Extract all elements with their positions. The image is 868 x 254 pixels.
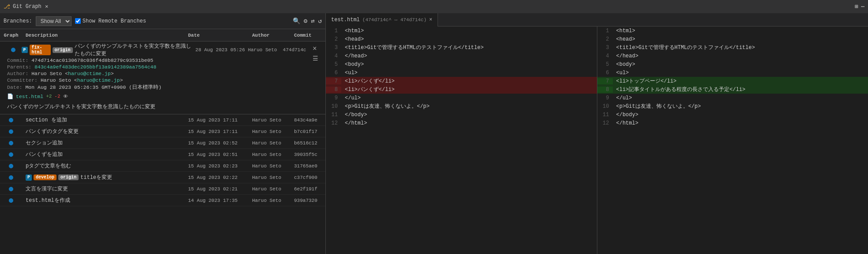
author-col: Haruo Seto — [250, 163, 292, 169]
code-line: 5 <body> — [326, 60, 597, 68]
col-header-commit: Commit — [292, 33, 325, 38]
detail-close-icon[interactable]: × — [313, 45, 318, 53]
commit-row[interactable]: section を追加 15 Aug 2023 17:11 Haruo Seto… — [0, 114, 325, 126]
diff-panel: test.html (474d714c^ ↔ 474d714c) × 1<htm… — [326, 13, 868, 254]
diff-tab[interactable]: test.html (474d714c^ ↔ 474d714c) × — [326, 13, 438, 27]
code-line: 4 </head> — [597, 52, 868, 60]
graph-header: Graph Description Date Author Commit — [0, 29, 325, 42]
commit-row[interactable]: パンくずを追加 15 Aug 2023 02:51 Haruo Seto 390… — [0, 149, 325, 160]
detail-parents-link[interactable]: 843c4a9ef483dec205bbf13a9142389aa7564c48 — [34, 64, 156, 70]
desc-col: セクション追加 — [22, 139, 186, 147]
line-content: <html> — [613, 28, 635, 34]
badge-origin: origin — [53, 47, 73, 53]
git-graph-icon: ⎇ — [4, 3, 10, 10]
detail-list-icon[interactable]: ☰ — [313, 55, 318, 62]
col-header-author: Author — [250, 33, 292, 38]
commit-row[interactable]: セクション追加 15 Aug 2023 02:52 Haruo Seto b65… — [0, 137, 325, 149]
diff-tab-close[interactable]: × — [429, 17, 432, 23]
commit-desc: パンくずを追加 — [26, 151, 63, 158]
title-bar: ⎇ Git Graph × ⊞ ⋯ — [0, 0, 868, 13]
selected-commit-hash: 474d714c — [283, 47, 309, 53]
refresh-icon[interactable]: ↺ — [318, 17, 322, 25]
line-number: 6 — [326, 70, 341, 76]
more-actions-icon[interactable]: ⋯ — [861, 3, 864, 10]
code-line: 12</html> — [597, 119, 868, 127]
left-diff-editor[interactable]: 1<html>2 <head>3 <title>Gitで管理するHTMLのテスト… — [326, 27, 597, 254]
fetch-icon[interactable]: ⇄ — [311, 17, 314, 25]
split-editor-icon[interactable]: ⊞ — [855, 3, 858, 10]
commit-hash-col: 939a7320 — [292, 198, 325, 203]
desc-col: P develop origin titleを変更 — [22, 174, 186, 181]
file-name[interactable]: test.html — [16, 94, 43, 99]
commit-hash-col: c37cf900 — [292, 175, 325, 180]
line-content: <li>記事タイトルがある程度の長さで入る予定</li> — [613, 86, 746, 93]
line-content: </html> — [341, 120, 367, 126]
badge-origin: origin — [58, 174, 79, 180]
commit-row[interactable]: test.htmlを作成 14 Aug 2023 17:35 Haruo Set… — [0, 195, 325, 206]
date-col: 15 Aug 2023 17:11 — [186, 118, 250, 123]
graph-dot-col — [0, 164, 22, 168]
detail-author-email[interactable]: haruo@ctime.jp — [68, 71, 111, 76]
line-number: 1 — [597, 28, 613, 34]
settings-icon[interactable]: ⚙ — [304, 17, 307, 25]
line-content: <title>Gitで管理するHTMLのテストファイル</title> — [613, 44, 755, 51]
line-content: </body> — [341, 112, 367, 118]
code-line: 7 <li>パンくず</li> — [326, 77, 597, 85]
code-line: 6 <ul> — [326, 68, 597, 77]
line-number: 9 — [597, 95, 613, 101]
commit-hash-col: 843c4a9e — [292, 118, 325, 123]
line-content: </head> — [341, 53, 367, 59]
line-number: 12 — [597, 120, 613, 126]
remote-branches-label: Show Remote Branches — [83, 18, 146, 24]
commit-row[interactable]: パンくずのタグを変更 15 Aug 2023 17:11 Haruo Seto … — [0, 126, 325, 137]
right-diff-editor[interactable]: 1<html>2 <head>3 <title>Gitで管理するHTMLのテスト… — [597, 27, 868, 254]
col-header-date: Date — [186, 33, 250, 38]
line-content: <ul> — [341, 70, 358, 76]
line-number: 3 — [326, 45, 341, 51]
line-content: </head> — [613, 53, 638, 59]
badge-fix-html: fix-html — [30, 45, 51, 55]
line-number: 2 — [326, 36, 341, 42]
desc-col: test.htmlを作成 — [22, 197, 186, 204]
selected-commit-author: Haruo Seto — [248, 47, 281, 53]
file-eye-icon[interactable]: 👁 — [63, 94, 68, 99]
code-line: 11 </body> — [597, 110, 868, 119]
date-col: 15 Aug 2023 02:51 — [186, 152, 250, 157]
branches-select[interactable]: Show All — [36, 16, 72, 26]
search-icon[interactable]: 🔍 — [293, 17, 300, 25]
line-number: 11 — [326, 112, 341, 118]
date-col: 14 Aug 2023 17:35 — [186, 198, 250, 203]
detail-committer-email[interactable]: haruo@ctime.jp — [77, 77, 120, 83]
diff-tab-filename: test.html — [331, 17, 360, 23]
commit-row[interactable]: pタグで文章を包む 15 Aug 2023 02:23 Haruo Seto 3… — [0, 160, 325, 172]
code-line: 11 </body> — [326, 110, 597, 119]
commit-list: section を追加 15 Aug 2023 17:11 Haruo Seto… — [0, 114, 325, 254]
code-line: 1<html> — [597, 27, 868, 35]
author-col: Haruo Seto — [250, 118, 292, 123]
commit-desc: titleを変更 — [80, 174, 112, 181]
line-content: <body> — [341, 61, 364, 68]
remote-branches-checkbox[interactable] — [75, 18, 81, 24]
desc-col: pタグで文章を包む — [22, 162, 186, 170]
commit-row[interactable]: P develop origin titleを変更 15 Aug 2023 02… — [0, 172, 325, 183]
line-number: 12 — [326, 120, 341, 126]
desc-col: パンくずのタグを変更 — [22, 128, 186, 135]
toolbar: Branches: Show All Show Remote Branches … — [0, 13, 325, 29]
author-col: Haruo Seto — [250, 140, 292, 146]
code-line: 2 <head> — [597, 35, 868, 43]
desc-col: 文言を漢字に変更 — [22, 185, 186, 193]
graph-dot-col — [0, 141, 22, 145]
remote-branches-checkbox-label[interactable]: Show Remote Branches — [75, 18, 146, 24]
commit-hash-col: 39035f5c — [292, 152, 325, 157]
code-line: 8 <li>記事タイトルがある程度の長さで入る予定</li> — [597, 85, 868, 94]
commit-row[interactable]: 文言を漢字に変更 15 Aug 2023 02:21 Haruo Seto 6e… — [0, 183, 325, 195]
graph-dot-col — [0, 118, 22, 122]
col-header-graph: Graph — [0, 33, 22, 38]
line-content: </ul> — [613, 95, 632, 101]
line-content: <p>Gitは友達、怖くないよ。</p> — [341, 102, 430, 110]
author-col: Haruo Seto — [250, 198, 292, 203]
title-bar-close[interactable]: × — [45, 4, 49, 10]
line-content: </html> — [613, 120, 638, 126]
badge-develop: develop — [34, 174, 57, 180]
line-content: <li>パンくず</li> — [341, 77, 395, 85]
